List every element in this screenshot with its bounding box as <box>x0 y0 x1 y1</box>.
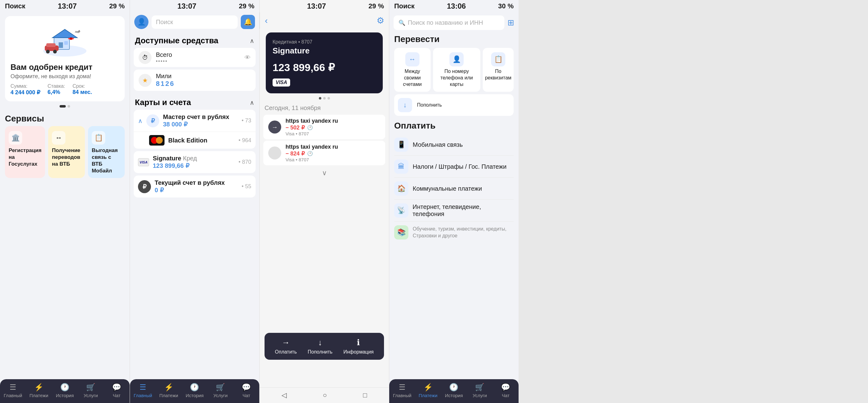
service-transfers[interactable]: ↔️ Получение переводов на ВТБ <box>48 126 85 178</box>
android-nav: ◁ ○ □ <box>259 387 389 403</box>
action-topup[interactable]: ↓ Пополнить <box>308 338 333 355</box>
transfer-by-requisites[interactable]: 📋 По реквизитам <box>483 48 514 92</box>
qr-button[interactable]: ⊞ <box>507 18 514 28</box>
slide-dots <box>259 97 389 99</box>
nav-chat-2[interactable]: 💬 Чат <box>234 383 259 398</box>
services-title: Сервисы <box>0 110 130 126</box>
nav-history-2[interactable]: 🕐 История <box>182 383 208 398</box>
search-placeholder-2: Поиск <box>156 19 173 25</box>
top-bar-3: ‹ ⚙ <box>259 12 389 29</box>
action-info[interactable]: ℹ Информация <box>343 338 373 355</box>
nav-home-4[interactable]: ☰ Главный <box>389 383 415 398</box>
promo-card[interactable]: Вам одобрен кредит Оформите, не выходя и… <box>5 16 125 102</box>
miles-value: 8126 <box>156 80 175 88</box>
pay-internet[interactable]: 📡 Интернет, телевидение, телефония <box>394 200 514 222</box>
mc-yellow-circle <box>156 137 163 144</box>
black-edition-row[interactable]: Black Edition • 964 <box>134 132 256 149</box>
nav-history-1[interactable]: 🕐 История <box>52 383 78 398</box>
search-area-4: 🔍 Поиск по названию и ИНН ⊞ <box>389 12 519 33</box>
search-icon-4: 🔍 <box>399 20 405 26</box>
by-req-icon: 📋 <box>491 52 505 66</box>
balance-total[interactable]: ⏱ Всего ••••• 👁 <box>134 48 256 67</box>
nav-home-2[interactable]: ☰ Главный <box>130 383 156 398</box>
payments-icon-4: ⚡ <box>424 383 433 392</box>
transaction-1[interactable]: → https taxi yandex ru − 502 ₽ 🕐 Visa • … <box>263 115 385 139</box>
nav-history-4[interactable]: 🕐 История <box>441 383 467 398</box>
settings-button[interactable]: ⚙ <box>377 16 384 26</box>
pay-taxes[interactable]: 🏛 Налоги / Штрафы / Гос. Платежи <box>394 156 514 178</box>
tx-amount-2: − 824 ₽ <box>285 150 305 157</box>
back-button[interactable]: ‹ <box>265 16 268 26</box>
svg-marker-2 <box>53 29 77 38</box>
promo-illustration <box>10 22 119 59</box>
action-pay[interactable]: → Оплатить <box>275 338 297 355</box>
battery-2: 29 % <box>239 2 254 10</box>
service-gosuslugi[interactable]: 🏛️ Регистрация на Госуслугах <box>5 126 45 178</box>
service-mobile[interactable]: 📋 Выгодная связь с ВТБ Мобайл <box>88 126 125 178</box>
notification-button[interactable]: 🔔 <box>241 15 255 29</box>
sdot-2 <box>323 97 326 99</box>
cards-chevron[interactable]: ∧ <box>250 99 254 106</box>
eye-icon[interactable]: 👁 <box>245 54 251 61</box>
nav-services-4[interactable]: 🛒 Услуги <box>467 383 493 398</box>
search-bar-2[interactable]: Поиск <box>152 16 238 29</box>
signature-row[interactable]: VISA Signature Кред 123 899,66 ₽ • 870 <box>134 151 256 173</box>
nav-back-android[interactable]: ◁ <box>281 391 287 399</box>
nav-services-1[interactable]: 🛒 Услуги <box>78 383 104 398</box>
nav-payments-4[interactable]: ⚡ Платежи <box>415 383 441 398</box>
gosuslugi-label: Регистрация на Госуслугах <box>9 147 41 168</box>
gosuslugi-icon: 🏛️ <box>9 131 22 145</box>
master-account[interactable]: ∧ ₽ Мастер счет в рублях 38 000 ₽ • 73 <box>134 110 256 132</box>
svg-rect-6 <box>46 43 56 47</box>
transfer-options: ↔ Между своими счетами 👤 По номеру телеф… <box>394 48 514 92</box>
nav-chat-label-2: Чат <box>243 393 250 398</box>
bottom-nav-4: ☰ Главный ⚡ Платежи 🕐 История 🛒 Услуги 💬… <box>389 379 519 403</box>
mobile-icon: 📋 <box>92 131 105 145</box>
pay-more[interactable]: 📚 Обучение, туризм, инвестиции, кредиты,… <box>394 222 514 243</box>
nav-chat-label-4: Чат <box>502 393 509 398</box>
checking-num: • 55 <box>242 183 251 190</box>
search-input-4[interactable]: 🔍 Поиск по названию и ИНН <box>394 16 504 30</box>
tx-info-1: https taxi yandex ru − 502 ₽ 🕐 Visa • 87… <box>285 118 380 136</box>
nav-recent-android[interactable]: □ <box>363 391 367 399</box>
pay-mobile[interactable]: 📱 Мобильная связь <box>394 134 514 156</box>
nav-payments-2[interactable]: ⚡ Платежи <box>156 383 182 398</box>
checking-account-row[interactable]: ₽ Текущий счет в рублях 0 ₽ • 55 <box>134 176 256 198</box>
internet-label: Интернет, телевидение, телефония <box>413 203 514 218</box>
services-icon-2: 🛒 <box>216 383 225 392</box>
nav-home-label-1: Главный <box>4 393 22 398</box>
nav-chat-1[interactable]: 💬 Чат <box>104 383 130 398</box>
visa-small: VISA <box>138 158 149 166</box>
user-avatar[interactable]: 👤 <box>134 15 149 29</box>
balance-miles[interactable]: ★ Мили 8126 <box>134 69 256 91</box>
internet-icon: 📡 <box>394 203 408 218</box>
available-chevron[interactable]: ∧ <box>250 37 254 45</box>
master-info: Мастер счет в рублях 38 000 ₽ <box>163 113 238 128</box>
transfer-by-phone[interactable]: 👤 По номеру телефона или карты <box>433 48 480 92</box>
info-icon: ℹ <box>357 338 360 347</box>
pay-utilities[interactable]: 🏠 Коммунальные платежи <box>394 178 514 200</box>
card-balance-display: 123 899,66 ₽ <box>273 61 376 74</box>
transaction-2[interactable]: https taxi yandex ru − 824 ₽ 🕐 Visa • 87… <box>263 141 385 165</box>
transfer-topup[interactable]: ↓ Пополнить <box>394 94 514 116</box>
more-info: Обучение, туризм, инвестиции, кредиты, С… <box>413 226 514 239</box>
nav-home-1[interactable]: ☰ Главный <box>0 383 26 398</box>
taxes-label: Налоги / Штрафы / Гос. Платежи <box>413 163 506 170</box>
checking-name: Текущий счет в рублях <box>155 179 238 186</box>
nav-home-android[interactable]: ○ <box>323 391 327 399</box>
tx-amount-1: − 502 ₽ <box>285 124 305 131</box>
nav-services-2[interactable]: 🛒 Услуги <box>208 383 234 398</box>
tx-time-2: 🕐 <box>307 151 313 156</box>
nav-services-label-2: Услуги <box>213 393 227 398</box>
nav-chat-4[interactable]: 💬 Чат <box>493 383 519 398</box>
expand-button[interactable]: ∨ <box>259 167 389 179</box>
credit-card-visual[interactable]: Кредитная • 8707 Signature 123 899,66 ₽ … <box>266 32 383 93</box>
expand-icon[interactable]: ∧ <box>138 117 143 124</box>
master-name: Мастер счет в рублях <box>163 113 238 120</box>
pay-section: Оплатить 📱 Мобильная связь 🏛 Налоги / Шт… <box>389 120 519 246</box>
panel-card-detail: 13:07 29 % ‹ ⚙ Кредитная • 8707 Signatur… <box>259 0 389 403</box>
nav-payments-1[interactable]: ⚡ Платежи <box>26 383 52 398</box>
tx-name-1: https taxi yandex ru <box>285 118 380 124</box>
carrier-4: Поиск <box>394 2 414 10</box>
transfer-between-accounts[interactable]: ↔ Между своими счетами <box>394 48 431 92</box>
